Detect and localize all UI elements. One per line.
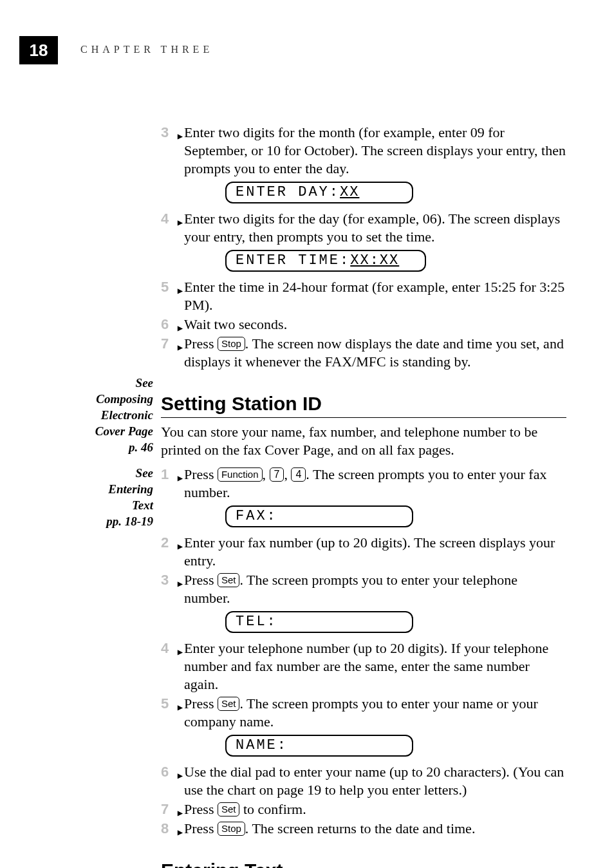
lcd-display: TEL: (225, 611, 413, 633)
step-number: 5 (161, 278, 180, 296)
step-item: 3 Press Set. The screen prompts you to e… (161, 571, 566, 607)
lcd-display: NAME: (225, 735, 413, 757)
step-text: Wait two seconds. (180, 316, 566, 334)
keycap-set: Set (218, 802, 240, 816)
lcd-display: ENTER DAY:XX (225, 182, 413, 203)
step-number: 6 (161, 763, 180, 781)
heading-entering-text: Entering Text (161, 860, 566, 868)
text: to confirm. (239, 801, 306, 817)
step-number: 6 (161, 316, 180, 334)
step-number: 1 (161, 466, 180, 484)
step-item: 7 Press Stop. The screen now displays th… (161, 335, 566, 371)
margin-text: See (58, 375, 153, 391)
margin-text: Cover Page (58, 423, 153, 439)
step-item: 4 Enter two digits for the day (for exam… (161, 210, 566, 246)
lcd-display: FAX: (225, 505, 413, 527)
lcd-text: ENTER DAY: (236, 184, 340, 200)
step-number: 7 (161, 335, 180, 353)
step-text: Press Set to confirm. (180, 800, 566, 818)
keycap-function: Function (218, 467, 263, 482)
step-number: 2 (161, 534, 180, 552)
margin-text: pp. 18-19 (58, 513, 153, 529)
step-text: Press Stop. The screen returns to the da… (180, 820, 566, 838)
heading-station-id: Setting Station ID (161, 393, 566, 418)
text: Press (184, 466, 218, 482)
lcd-text: ENTER TIME: (236, 252, 350, 269)
keycap-4: 4 (291, 467, 306, 482)
step-text: Enter two digits for the day (for exampl… (180, 210, 566, 246)
lcd-text: FAX: (236, 508, 277, 524)
text: Press (184, 801, 218, 817)
step-item: 5 Enter the time in 24-hour format (for … (161, 278, 566, 314)
step-item: 6 Use the dial pad to enter your name (u… (161, 763, 566, 799)
keycap-set: Set (218, 573, 240, 587)
step-text: Use the dial pad to enter your name (up … (180, 763, 566, 799)
keycap-stop: Stop (218, 337, 245, 351)
page-number-tab: 18 (19, 36, 58, 64)
step-number: 4 (161, 210, 180, 228)
keycap-stop: Stop (218, 822, 245, 836)
step-item: 3 Enter two digits for the month (for ex… (161, 124, 566, 178)
text: , (263, 466, 270, 482)
margin-note-cover-page: See Composing Electronic Cover Page p. 4… (58, 375, 153, 455)
step-text: Enter your telephone number (up to 20 di… (180, 639, 566, 693)
step-text: Press Set. The screen prompts you to ent… (180, 695, 566, 731)
step-item: 5 Press Set. The screen prompts you to e… (161, 695, 566, 731)
step-number: 3 (161, 571, 180, 589)
step-number: 3 (161, 124, 180, 142)
step-item: 4 Enter your telephone number (up to 20 … (161, 639, 566, 693)
step-number: 8 (161, 820, 180, 838)
text: Press (184, 335, 218, 352)
step-text: Enter two digits for the month (for exam… (180, 124, 566, 178)
step-item: 1 Press Function, 7, 4. The screen promp… (161, 466, 566, 502)
step-item: 7 Press Set to confirm. (161, 800, 566, 818)
step-text: Press Set. The screen prompts you to ent… (180, 571, 566, 607)
margin-text: Electronic (58, 407, 153, 423)
step-number: 7 (161, 800, 180, 818)
step-text: Press Function, 7, 4. The screen prompts… (180, 466, 566, 502)
step-number: 4 (161, 639, 180, 657)
text: Press (184, 695, 218, 712)
lcd-placeholder: XX:XX (350, 252, 399, 269)
step-item: 8 Press Stop. The screen returns to the … (161, 820, 566, 838)
step-item: 6 Wait two seconds. (161, 316, 566, 334)
margin-text: Composing (58, 391, 153, 407)
step-text: Enter your fax number (up to 20 digits).… (180, 534, 566, 570)
text: , (284, 466, 291, 482)
step-text: Enter the time in 24-hour format (for ex… (180, 278, 566, 314)
step-item: 2 Enter your fax number (up to 20 digits… (161, 534, 566, 570)
margin-text: Text (58, 497, 153, 513)
intro-paragraph: You can store your name, fax number, and… (161, 423, 566, 459)
chapter-header: CHAPTER THREE (80, 44, 213, 55)
lcd-text: TEL: (236, 614, 277, 630)
keycap-7: 7 (270, 467, 284, 482)
lcd-display: ENTER TIME:XX:XX (225, 250, 426, 272)
margin-text: Entering (58, 481, 153, 497)
text: . The screen returns to the date and tim… (245, 820, 476, 836)
text: Press (184, 572, 218, 588)
lcd-placeholder: XX (340, 184, 359, 200)
margin-text: See (58, 465, 153, 481)
margin-text: p. 46 (58, 439, 153, 455)
lcd-text: NAME: (236, 737, 288, 753)
keycap-set: Set (218, 697, 240, 711)
step-number: 5 (161, 695, 180, 713)
margin-note-entering-text: See Entering Text pp. 18-19 (58, 465, 153, 529)
step-text: Press Stop. The screen now displays the … (180, 335, 566, 371)
text: Press (184, 820, 218, 836)
